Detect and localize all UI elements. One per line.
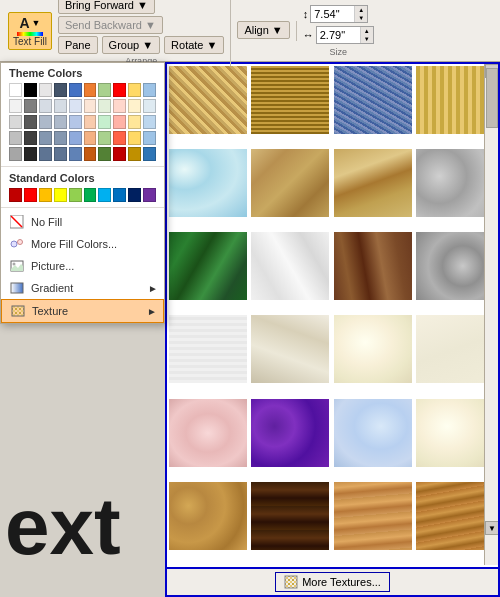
texture-cell-grey-granite[interactable] — [416, 232, 494, 300]
texture-item[interactable]: Texture ► — [1, 299, 164, 323]
texture-cell-fossil[interactable] — [334, 149, 412, 217]
cs-r3-8[interactable] — [113, 115, 126, 129]
texture-cell-white-fabric[interactable] — [169, 315, 247, 383]
color-swatch-black[interactable] — [24, 83, 37, 97]
cs-r2-9[interactable] — [128, 99, 141, 113]
cs-r4-10[interactable] — [143, 131, 156, 145]
cs-r4-3[interactable] — [39, 131, 52, 145]
texture-cell-oak[interactable] — [416, 482, 494, 550]
cs-r4-8[interactable] — [113, 131, 126, 145]
cs-r5-4[interactable] — [54, 147, 67, 161]
std-color-5[interactable] — [69, 188, 82, 202]
no-fill-item[interactable]: No Fill — [1, 211, 164, 233]
cs-r5-1[interactable] — [9, 147, 22, 161]
text-fill-button[interactable]: A ▼ Text Fill — [8, 12, 52, 50]
height-spinner[interactable]: ▲ ▼ — [354, 6, 367, 22]
cs-r3-6[interactable] — [84, 115, 97, 129]
send-backward-button[interactable]: Send Backward ▼ — [58, 16, 163, 34]
align-button[interactable]: Align ▼ — [237, 21, 289, 39]
cs-r2-8[interactable] — [113, 99, 126, 113]
std-color-4[interactable] — [54, 188, 67, 202]
cs-r4-4[interactable] — [54, 131, 67, 145]
texture-cell-cork[interactable] — [169, 482, 247, 550]
group-button[interactable]: Group ▼ — [102, 36, 160, 54]
cs-r5-2[interactable] — [24, 147, 37, 161]
cs-r2-10[interactable] — [143, 99, 156, 113]
cs-r4-9[interactable] — [128, 131, 141, 145]
bring-forward-button[interactable]: Bring Forward ▼ — [58, 0, 155, 14]
more-fill-item[interactable]: More Fill Colors... — [1, 233, 164, 255]
cs-r3-4[interactable] — [54, 115, 67, 129]
texture-cell-blue-dots[interactable] — [334, 399, 412, 467]
height-down-arrow[interactable]: ▼ — [355, 14, 367, 22]
height-up-arrow[interactable]: ▲ — [355, 6, 367, 14]
cs-r4-7[interactable] — [98, 131, 111, 145]
cs-r2-5[interactable] — [69, 99, 82, 113]
texture-cell-burlap[interactable] — [251, 66, 329, 134]
color-swatch-white[interactable] — [9, 83, 22, 97]
color-swatch-lightgray[interactable] — [39, 83, 52, 97]
texture-cell-woven[interactable] — [416, 66, 494, 134]
cs-r5-3[interactable] — [39, 147, 52, 161]
std-color-8[interactable] — [113, 188, 126, 202]
texture-cell-granite[interactable] — [416, 149, 494, 217]
cs-r3-10[interactable] — [143, 115, 156, 129]
color-swatch-red[interactable] — [113, 83, 126, 97]
cs-r5-6[interactable] — [84, 147, 97, 161]
texture-cell-brown-marble[interactable] — [334, 232, 412, 300]
cs-r2-7[interactable] — [98, 99, 111, 113]
std-color-2[interactable] — [24, 188, 37, 202]
width-up-arrow[interactable]: ▲ — [361, 27, 373, 35]
rotate-button[interactable]: Rotate ▼ — [164, 36, 224, 54]
cs-r4-2[interactable] — [24, 131, 37, 145]
std-color-10[interactable] — [143, 188, 156, 202]
texture-cell-light-wood[interactable] — [334, 482, 412, 550]
height-field[interactable]: 7.54" ▲ ▼ — [310, 5, 368, 23]
cs-r4-6[interactable] — [84, 131, 97, 145]
cs-r3-2[interactable] — [24, 115, 37, 129]
cs-r4-1[interactable] — [9, 131, 22, 145]
cs-r2-1[interactable] — [9, 99, 22, 113]
texture-cell-placeholder[interactable] — [416, 399, 494, 467]
picture-item[interactable]: Picture... — [1, 255, 164, 277]
color-swatch-lightgreen[interactable] — [98, 83, 111, 97]
texture-cell-dark-wood[interactable] — [251, 482, 329, 550]
scrollbar[interactable]: ▲ ▼ — [484, 64, 498, 565]
scroll-down-arrow[interactable]: ▼ — [485, 521, 499, 535]
texture-cell-foam[interactable] — [169, 149, 247, 217]
texture-cell-purple[interactable] — [251, 399, 329, 467]
color-swatch-orange[interactable] — [84, 83, 97, 97]
cs-r5-7[interactable] — [98, 147, 111, 161]
color-swatch-yellow[interactable] — [128, 83, 141, 97]
std-color-9[interactable] — [128, 188, 141, 202]
texture-cell-pink[interactable] — [169, 399, 247, 467]
cs-r3-3[interactable] — [39, 115, 52, 129]
texture-cell-ivory[interactable] — [334, 315, 412, 383]
texture-cell-crumpled2[interactable] — [251, 315, 329, 383]
texture-cell-green-marble[interactable] — [169, 232, 247, 300]
cs-r5-9[interactable] — [128, 147, 141, 161]
cs-r5-8[interactable] — [113, 147, 126, 161]
width-spinner[interactable]: ▲ ▼ — [360, 27, 373, 43]
cs-r5-5[interactable] — [69, 147, 82, 161]
width-field[interactable]: 2.79" ▲ ▼ — [316, 26, 374, 44]
cs-r2-3[interactable] — [39, 99, 52, 113]
std-color-3[interactable] — [39, 188, 52, 202]
more-textures-inner[interactable]: More Textures... — [275, 572, 390, 592]
pane-button[interactable]: Pane — [58, 36, 98, 54]
gradient-item[interactable]: Gradient ► — [1, 277, 164, 299]
cs-r2-6[interactable] — [84, 99, 97, 113]
cs-r4-5[interactable] — [69, 131, 82, 145]
cs-r3-5[interactable] — [69, 115, 82, 129]
texture-cell-cream[interactable] — [416, 315, 494, 383]
cs-r3-7[interactable] — [98, 115, 111, 129]
color-swatch-skyblue[interactable] — [143, 83, 156, 97]
cs-r3-9[interactable] — [128, 115, 141, 129]
texture-cell-white-marble[interactable] — [251, 232, 329, 300]
scrollbar-thumb[interactable] — [486, 68, 498, 128]
std-color-1[interactable] — [9, 188, 22, 202]
cs-r2-4[interactable] — [54, 99, 67, 113]
color-swatch-blue[interactable] — [69, 83, 82, 97]
width-down-arrow[interactable]: ▼ — [361, 35, 373, 43]
more-textures-button[interactable]: More Textures... — [167, 567, 498, 595]
